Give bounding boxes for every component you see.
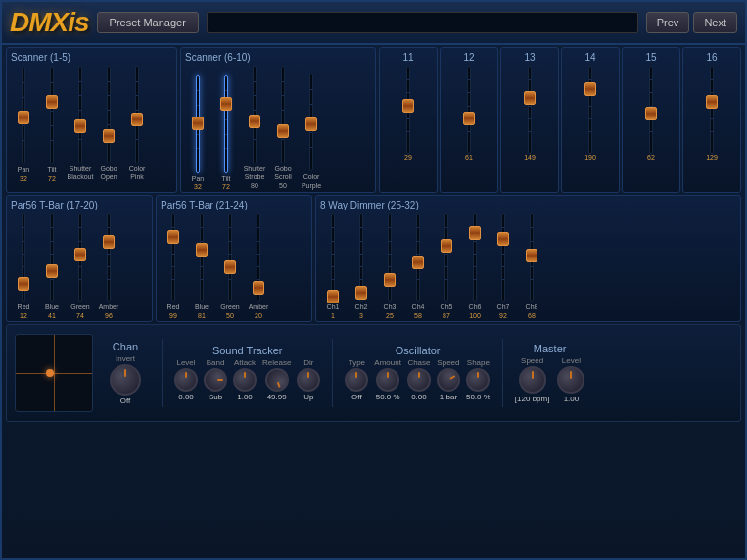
fader-blue-2-track[interactable] [200, 213, 204, 302]
fader-ch4-track[interactable] [416, 213, 420, 302]
fader-ch1-track[interactable] [331, 213, 335, 302]
fader-green-1-value: 74 [76, 312, 84, 319]
fader-shutter-1-track[interactable] [78, 66, 82, 163]
fader-pan-1-track[interactable] [22, 67, 25, 164]
fader-ch4-label: Ch4 [412, 303, 425, 311]
osc-shape-knob[interactable] [466, 368, 490, 392]
par56-1-section: Par56 T-Bar (17-20) Red 12 Blue [6, 195, 153, 321]
fader-ch16-track[interactable] [710, 66, 714, 154]
fader-color-1-track[interactable] [135, 66, 139, 163]
fader-ch5-value: 87 [443, 312, 450, 319]
scanner-2-label: Scanner (6-10) [185, 52, 371, 63]
fader-green-1: Green 74 [68, 213, 93, 318]
fader-tilt-2-track[interactable] [224, 75, 228, 173]
fader-pan-1-value: 32 [20, 175, 27, 182]
st-band-label: Band [207, 358, 225, 367]
scanner-1-faders: Pan 32 Tilt 72 [11, 66, 172, 182]
fader-pan-2-track[interactable] [196, 75, 200, 173]
osc-speed-knob[interactable] [433, 363, 465, 396]
fader-color-2-label: ColorPurple [302, 173, 321, 190]
fader-ch3-track[interactable] [388, 213, 392, 302]
fader-pan-2-label: Pan [192, 175, 204, 183]
fader-ch7-label: Ch7 [497, 303, 510, 311]
divider-2 [332, 339, 333, 407]
st-dir-knob[interactable] [297, 368, 320, 392]
fader-color-1: ColorPink [124, 66, 150, 182]
fader-ch5-track[interactable] [444, 213, 448, 302]
osc-chase-knob[interactable] [407, 368, 431, 392]
fader-green-1-track[interactable] [78, 213, 82, 302]
osc-amount-knob[interactable] [376, 368, 399, 392]
fader-gobo-1-track[interactable] [107, 66, 111, 163]
fader-ch3-label: Ch3 [384, 303, 397, 311]
fader-shutter-1-label: ShutterBlackout [68, 165, 94, 182]
dimmer-faders: Ch1 1 Ch2 3 Ch3 25 [320, 213, 736, 318]
fader-ch4: Ch4 58 [405, 213, 431, 318]
sound-tracker-title: Sound Tracker [212, 345, 283, 356]
st-band-knob[interactable] [204, 368, 227, 392]
xy-position-dot [46, 369, 54, 377]
fader-ch13: 149 [517, 66, 542, 161]
next-button[interactable]: Next [693, 12, 737, 33]
st-release-knob[interactable] [261, 364, 292, 395]
osc-type-knob[interactable] [345, 368, 368, 392]
scanner-2-section: Scanner (6-10) Pan 32 [180, 47, 376, 193]
prev-button[interactable]: Prev [646, 12, 690, 33]
st-level-knob[interactable] [174, 368, 198, 392]
fader-ch15-track[interactable] [649, 66, 653, 154]
master-speed-knob[interactable] [519, 366, 546, 394]
fader-color-2-track[interactable] [309, 73, 313, 171]
fader-tilt-1: Tilt 72 [39, 67, 65, 181]
osc-type-value: Off [351, 393, 362, 401]
fader-gobo-2-track[interactable] [281, 66, 285, 163]
fader-red-1-track[interactable] [22, 213, 25, 302]
chan-title: Chan [113, 341, 138, 352]
osc-shape-value: 50.0 % [466, 393, 490, 401]
fader-ch8: Ch8 68 [519, 213, 544, 318]
osc-shape-label: Shape [467, 358, 490, 367]
fader-ch2-track[interactable] [359, 213, 363, 302]
preset-manager-button[interactable]: Preset Manager [97, 12, 199, 33]
channel-15: 15 62 [622, 47, 680, 193]
fader-ch16-value: 129 [706, 154, 718, 161]
chan-invert-knob[interactable] [110, 364, 141, 396]
fader-blue-1-track[interactable] [50, 213, 54, 302]
fader-ch14-track[interactable] [588, 66, 592, 154]
fader-amber-2-track[interactable] [257, 213, 260, 302]
fader-ch1: Ch1 1 [320, 213, 346, 318]
fader-green-2-track[interactable] [228, 213, 232, 302]
fader-ch6-track[interactable] [473, 213, 477, 302]
st-band-control: Band Sub [204, 358, 227, 401]
fader-shutter-2-track[interactable] [253, 66, 257, 163]
fader-gobo-2-label: GoboScroll 50 [270, 165, 296, 190]
master-level-knob[interactable] [557, 366, 584, 394]
fader-red-2-track[interactable] [171, 213, 175, 302]
fader-amber-1-track[interactable] [107, 213, 111, 302]
fader-ch11-track[interactable] [406, 66, 410, 154]
fader-ch7-track[interactable] [501, 213, 505, 302]
st-dir-value: Up [303, 393, 313, 401]
xy-pad[interactable] [15, 334, 93, 412]
fader-ch1-value: 1 [331, 312, 335, 319]
fader-ch12-track[interactable] [467, 66, 471, 154]
divider-3 [502, 339, 503, 407]
st-release-label: Release [262, 358, 291, 367]
fader-ch3-value: 25 [386, 312, 394, 319]
fader-ch8-track[interactable] [530, 213, 534, 302]
fader-ch11: 29 [396, 66, 421, 161]
fader-red-1-value: 12 [20, 312, 27, 319]
fader-red-2-value: 99 [169, 312, 177, 319]
st-dir-label: Dir [303, 358, 313, 367]
fader-ch13-track[interactable] [528, 66, 532, 154]
fader-tilt-1-track[interactable] [50, 67, 54, 164]
fader-ch2-value: 3 [359, 312, 363, 319]
bottom-controls: Chan Invert Off Sound Tracker Level 0.00… [6, 324, 741, 422]
fader-blue-2-value: 81 [198, 312, 206, 319]
st-attack-knob[interactable] [233, 368, 257, 392]
chan-invert-label: Invert [116, 354, 135, 363]
dimmer-section: 8 Way Dimmer (25-32) Ch1 1 Ch2 [315, 195, 741, 321]
fader-ch6-value: 100 [469, 312, 481, 319]
nav-buttons: Prev Next [646, 12, 737, 33]
fader-ch13-value: 149 [524, 154, 536, 161]
osc-type-control: Type Off [345, 358, 368, 401]
